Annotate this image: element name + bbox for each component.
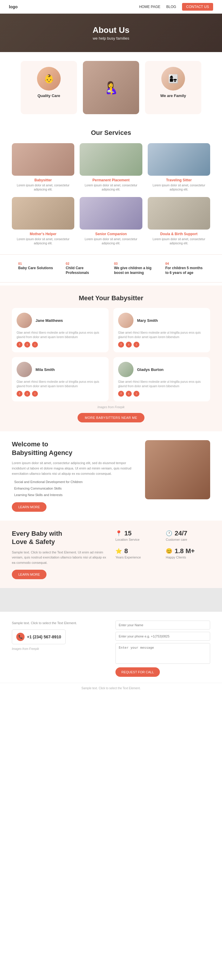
navbar: logo HOME PAGE BLOG CONTACT US xyxy=(0,0,222,14)
facebook-icon[interactable]: f xyxy=(17,342,22,348)
facebook-icon-mila[interactable]: f xyxy=(17,391,22,397)
service-desc-1: Lorem ipsum dolor sit amet, consectetur … xyxy=(12,183,74,192)
sitter-avatar-gladys xyxy=(118,362,134,377)
love-stat-location-num: 15 xyxy=(124,530,131,537)
service-desc-3: Lorem ipsum dolor sit amet, consectetur … xyxy=(148,183,210,192)
love-text: Sample text. Click to select the Text El… xyxy=(12,550,107,566)
footer-note: Sample text. Click to select the Text El… xyxy=(3,687,219,690)
love-stat-location-top: 📍 15 xyxy=(115,530,160,537)
stat-4: 04 For children 5 months to 6 years of a… xyxy=(165,262,204,275)
instagram-icon-mila[interactable]: i xyxy=(32,391,38,397)
services-section: Our Services Babysitter Lorem ipsum dolo… xyxy=(0,123,222,255)
nav-links: HOME PAGE BLOG CONTACT US xyxy=(139,3,213,11)
love-stat-customer-top: 🕐 24/7 xyxy=(166,530,210,537)
hero-section: About Us we help busy families xyxy=(0,14,222,52)
hero-title: About Us xyxy=(93,25,129,35)
more-babysitters-button[interactable]: MORE BABYSITTERS NEAR ME xyxy=(78,413,144,422)
contact-section: Sample text. Click to select the Text El… xyxy=(0,612,222,683)
nav-home[interactable]: HOME PAGE xyxy=(139,5,160,9)
instagram-icon-mary[interactable]: i xyxy=(134,342,139,348)
twitter-icon-mary[interactable]: t xyxy=(126,342,132,348)
hero-subtitle: we help busy families xyxy=(93,36,129,41)
love-learn-more-button[interactable]: LEARN MORE xyxy=(12,570,46,579)
contact-left: Sample text. Click to select the Text El… xyxy=(12,620,107,651)
service-name-6: Doula & Birth Support xyxy=(160,232,197,236)
service-img-5 xyxy=(80,197,142,229)
card-quality-care-circle: 👶 xyxy=(37,67,61,91)
card-quality-care: 👶 Quality Care xyxy=(21,61,77,114)
service-desc-4: Lorem ipsum dolor sit amet, consectetur … xyxy=(12,237,74,245)
card-we-are-family: 👩‍👧 We are Family xyxy=(145,61,201,114)
nav-cta-button[interactable]: CONTACT US xyxy=(182,3,213,11)
sitter-card-mila: Mila Smith Glae amet rhinci libero moles… xyxy=(12,357,109,401)
spacer-gray xyxy=(0,588,222,612)
stat-num-1: 01 xyxy=(18,262,53,265)
service-permanent: Permanent Placement Lorem ipsum dolor si… xyxy=(80,143,142,192)
sitter-avatar-jane xyxy=(17,313,32,328)
love-section: Every Baby withLove & Safety Sample text… xyxy=(0,520,222,588)
sitter-header-gladys: Gladys Burton xyxy=(118,362,205,377)
happy-icon: 😊 xyxy=(166,548,172,554)
welcome-text: Welcome toBabysitting Agency Lorem ipsum… xyxy=(12,440,139,511)
card-family-label: We are Family xyxy=(160,94,186,98)
star-icon: ⭐ xyxy=(115,548,122,554)
service-desc-2: Lorem ipsum dolor sit amet, consectetur … xyxy=(80,183,142,192)
sitter-name-jane: Jane Matthews xyxy=(35,318,63,323)
contact-text: Sample text. Click to select the Text El… xyxy=(12,620,107,626)
welcome-learn-more-button[interactable]: LEARN MORE xyxy=(12,502,46,512)
service-desc-6: Lorem ipsum dolor sit amet, consectetur … xyxy=(148,237,210,245)
service-img-3 xyxy=(148,143,210,176)
sitter-card-jane: Jane Matthews Glae amet rhinci libero mo… xyxy=(12,308,109,352)
card-quality-care-label: Quality Care xyxy=(38,94,61,98)
instagram-icon[interactable]: i xyxy=(32,342,38,348)
phone-box: 📞 +1 (234) 567-8910 xyxy=(12,630,66,644)
instagram-icon-gladys[interactable]: i xyxy=(134,391,139,397)
love-stat-customer: 🕐 24/7 Customer care xyxy=(166,530,210,541)
nav-blog[interactable]: BLOG xyxy=(166,5,176,9)
card-center: 🤱 xyxy=(83,61,139,114)
love-stat-experience-label: Years Experience xyxy=(115,555,160,559)
sitter-name-gladys: Gladys Burton xyxy=(137,368,164,372)
love-stat-happy-top: 😊 1.8 M+ xyxy=(166,547,210,555)
welcome-section: Welcome toBabysitting Agency Lorem ipsum… xyxy=(0,431,222,520)
stat-3: 03 We give children a big boost on learn… xyxy=(114,262,152,275)
stat-label-1: Baby Care Solutions xyxy=(18,266,53,270)
facebook-icon-mary[interactable]: f xyxy=(118,342,124,348)
request-call-button[interactable]: REQUEST FOR CALL xyxy=(115,667,160,677)
sitter-card-mary: Mary Smith Glae amet rhinci libero moles… xyxy=(113,308,210,352)
sitter-header-mary: Mary Smith xyxy=(118,313,205,328)
form-message-input[interactable] xyxy=(115,643,210,664)
cards-row: 👶 Quality Care 🤱 👩‍👧 We are Family xyxy=(0,52,222,123)
sitter-header-mila: Mila Smith xyxy=(17,362,104,377)
love-stat-happy-label: Happy Clients xyxy=(166,555,210,559)
service-img-4 xyxy=(12,197,74,229)
service-img-6 xyxy=(148,197,210,229)
stat-1: 01 Baby Care Solutions xyxy=(18,262,53,275)
service-desc-5: Lorem ipsum dolor sit amet, consectetur … xyxy=(80,237,142,245)
service-img-1 xyxy=(12,143,74,176)
babysitters-grid: Jane Matthews Glae amet rhinci libero mo… xyxy=(12,308,210,401)
twitter-icon[interactable]: t xyxy=(24,342,30,348)
form-phone-input[interactable] xyxy=(115,632,210,641)
phone-number[interactable]: +1 (234) 567-8910 xyxy=(27,635,61,639)
sitter-card-gladys: Gladys Burton Glae amet rhinci libero mo… xyxy=(113,357,210,401)
love-left: Every Baby withLove & Safety Sample text… xyxy=(12,530,107,579)
stat-label-2: Child Care Professionals xyxy=(66,266,101,275)
sitter-text-gladys: Glae amet rhinci libero molestie ante ut… xyxy=(118,380,205,388)
sitter-text-mary: Glae amet rhinci libero molestie ante ut… xyxy=(118,331,205,339)
sitter-text-mila: Glae amet rhinci libero molestie ante ut… xyxy=(17,380,104,388)
service-name-1: Babysitter xyxy=(34,178,52,182)
twitter-icon-mila[interactable]: t xyxy=(24,391,30,397)
love-stat-happy: 😊 1.8 M+ Happy Clients xyxy=(166,547,210,559)
services-grid: Babysitter Lorem ipsum dolor sit amet, c… xyxy=(12,143,210,245)
welcome-list-item-1: Social and Emotional Development for Chi… xyxy=(14,479,139,485)
form-name-input[interactable] xyxy=(115,620,210,630)
facebook-icon-gladys[interactable]: f xyxy=(118,391,124,397)
welcome-list: Social and Emotional Development for Chi… xyxy=(14,479,139,498)
twitter-icon-gladys[interactable]: t xyxy=(126,391,132,397)
location-icon: 📍 xyxy=(115,530,122,536)
service-senior: Senior Companion Lorem ipsum dolor sit a… xyxy=(80,197,142,245)
love-stat-customer-num: 24/7 xyxy=(175,530,187,537)
service-traveling: Traveling Sitter Lorem ipsum dolor sit a… xyxy=(148,143,210,192)
stats-row: 01 Baby Care Solutions 02 Child Care Pro… xyxy=(0,255,222,283)
